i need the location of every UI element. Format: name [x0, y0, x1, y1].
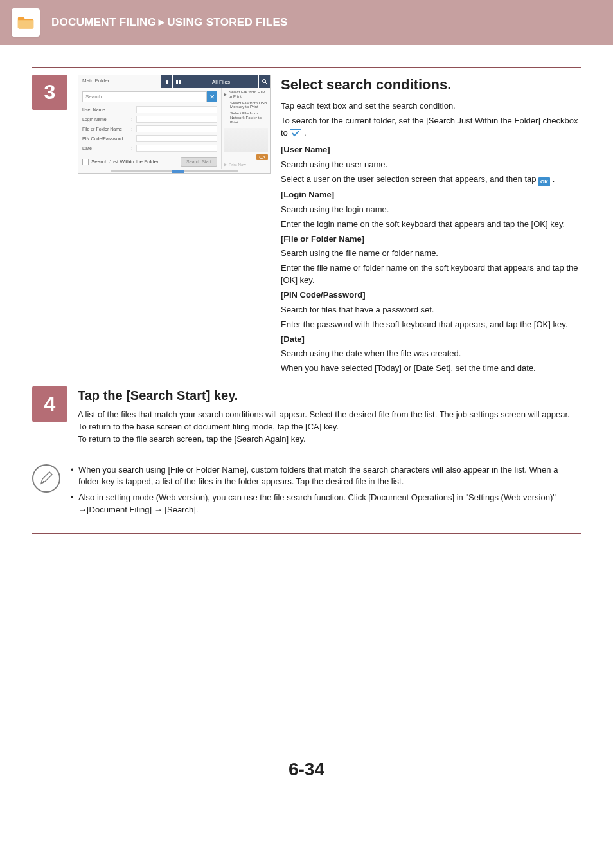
page-header: DOCUMENT FILING►USING STORED FILES [0, 0, 613, 45]
mock-up-button[interactable] [161, 75, 172, 88]
user-name-text-2: Select a user on the user selection scre… [281, 174, 581, 186]
close-icon[interactable]: ✕ [207, 91, 217, 102]
date-text-1: Search using the date when the file was … [281, 348, 581, 360]
pin-text-2: Enter the password with the soft keyboar… [281, 319, 581, 331]
play-icon: ▶ [224, 162, 227, 167]
mock-right-panel-fill [224, 128, 268, 152]
svg-rect-2 [176, 82, 178, 84]
step3-instructions: Select search conditions. Tap each text … [281, 75, 581, 377]
mock-ftp-link[interactable]: Select File from FTP to Print [229, 90, 268, 99]
mock-ca-button[interactable]: CA [256, 154, 268, 160]
mock-slider[interactable] [78, 169, 270, 173]
checkbox-checked-icon [290, 129, 301, 138]
notes-section: When you search using [File or Folder Na… [32, 464, 581, 520]
mock-search-input[interactable]: Search [82, 91, 207, 102]
folder-icon [12, 8, 40, 37]
page-number: 6-34 [0, 759, 613, 799]
step4-p1: A list of the files that match your sear… [78, 409, 581, 421]
step4-p3: To return to the file search screen, tap… [78, 433, 581, 446]
mock-login-name-label: Login Name [82, 117, 129, 122]
svg-rect-3 [179, 82, 181, 84]
ok-badge-icon: OK [538, 177, 550, 186]
pin-heading: [PIN Code/Password] [281, 289, 581, 302]
header-title: DOCUMENT FILING►USING STORED FILES [51, 16, 288, 29]
step3-p2: To search for the current folder, set th… [281, 115, 581, 140]
mock-file-folder-label: File or Folder Name [82, 127, 129, 131]
date-text-2: When you have selected [Today] or [Date … [281, 363, 581, 375]
step3-p1: Tap each text box and set the search con… [281, 100, 581, 113]
pin-text-1: Search for files that have a password se… [281, 304, 581, 316]
file-folder-text-1: Search using the file name or folder nam… [281, 248, 581, 260]
file-folder-heading: [File or Folder Name] [281, 233, 581, 246]
mock-grid-button[interactable] [172, 75, 184, 88]
step3-heading: Select search conditions. [281, 75, 581, 95]
mock-main-folder-label: Main Folder [78, 75, 161, 88]
login-name-heading: [Login Name] [281, 189, 581, 201]
user-name-text-1: Search using the user name. [281, 159, 581, 171]
mock-user-name-field[interactable] [136, 106, 217, 113]
step4-p2: To return to the base screen of document… [78, 421, 581, 433]
mock-date-field[interactable] [136, 145, 217, 152]
svg-rect-0 [176, 80, 178, 82]
svg-point-4 [262, 80, 265, 83]
step-number-4: 4 [32, 386, 67, 422]
mock-all-files-button[interactable]: All Files [184, 75, 258, 88]
step-3: 3 Main Folder All Files Search ✕ User Na… [32, 75, 581, 377]
svg-rect-1 [179, 80, 181, 82]
note-1: When you search using [File or Folder Na… [71, 464, 581, 489]
step-number-3: 3 [32, 75, 67, 110]
mock-date-label: Date [82, 146, 129, 150]
user-name-heading: [User Name] [281, 144, 581, 156]
login-name-text-2: Enter the login name on the soft keyboar… [281, 219, 581, 231]
section-top-rule [32, 67, 581, 68]
file-folder-text-2: Enter the file name or folder name on th… [281, 262, 581, 287]
date-heading: [Date] [281, 334, 581, 346]
mock-search-within-checkbox[interactable] [82, 159, 89, 165]
mock-pin-label: PIN Code/Password [82, 136, 129, 141]
svg-line-5 [265, 82, 267, 84]
step-4: 4 Tap the [Search Start] key. A list of … [32, 386, 581, 446]
mock-net-link[interactable]: Select File from Network Folder to Print [230, 111, 268, 124]
pencil-note-icon [32, 464, 60, 493]
login-name-text-1: Search using the login name. [281, 204, 581, 216]
search-icon[interactable] [258, 75, 270, 88]
play-icon: ▶ [224, 92, 227, 97]
mock-user-name-label: User Name [82, 107, 129, 112]
mock-pin-field[interactable] [136, 135, 217, 142]
step4-instructions: Tap the [Search Start] key. A list of th… [78, 386, 581, 446]
mock-file-folder-field[interactable] [136, 125, 217, 132]
dashed-separator [32, 455, 581, 455]
mock-search-start-button[interactable]: Search Start [181, 157, 217, 167]
note-2: Also in setting mode (Web version), you … [71, 492, 581, 516]
mock-toolbar: Main Folder All Files [78, 75, 270, 88]
mock-usb-link[interactable]: Select File from USB Memory to Print [230, 101, 268, 110]
mock-search-within-label: Search Just Within the Folder [91, 159, 159, 165]
section-bottom-rule [32, 533, 581, 534]
search-screen-mock: Main Folder All Files Search ✕ User Name… [78, 75, 271, 174]
step4-heading: Tap the [Search Start] key. [78, 386, 581, 405]
mock-login-name-field[interactable] [136, 116, 217, 123]
mock-print-now-link[interactable]: Print Now [229, 163, 246, 167]
